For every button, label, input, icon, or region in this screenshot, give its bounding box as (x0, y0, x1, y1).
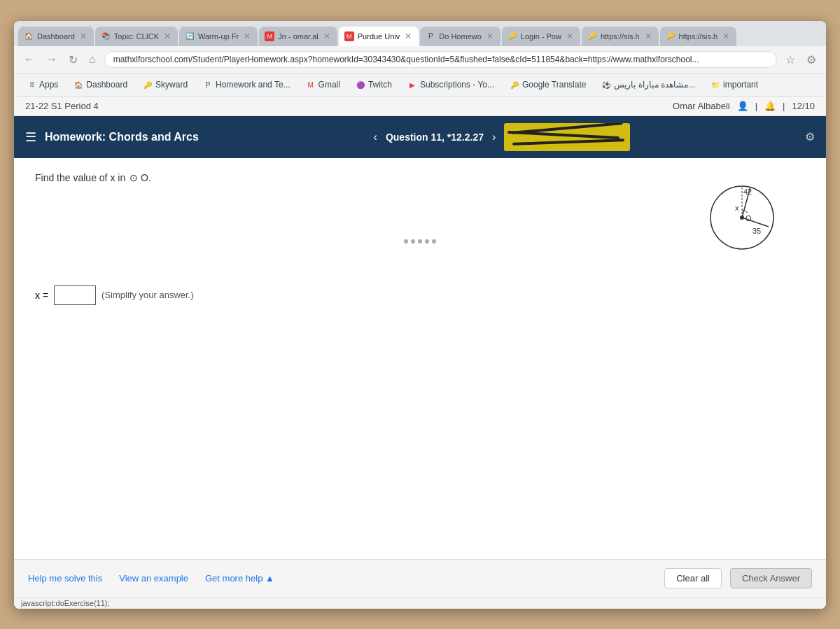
scribble-line2 (507, 130, 620, 139)
clear-all-button[interactable]: Clear all (664, 568, 722, 588)
forward-button[interactable]: → (43, 52, 60, 67)
separator: | (755, 101, 757, 111)
header-right: ⚙ (805, 130, 815, 143)
tab-close[interactable]: ✕ (485, 31, 495, 41)
center-label: O (746, 214, 752, 222)
bookmark-label: Dashboard (86, 80, 127, 90)
more-help-link[interactable]: Get more help ▲ (205, 573, 274, 584)
bookmark-star[interactable]: ☆ (783, 52, 798, 68)
tab-close[interactable]: ✕ (565, 31, 575, 41)
next-question-button[interactable]: › (492, 131, 496, 143)
apps-favicon: ⠿ (27, 80, 36, 90)
status-bar: javascript:doExercise(11); (14, 597, 826, 609)
tab-close[interactable]: ✕ (242, 31, 252, 41)
bookmark-label: Skyward (155, 80, 188, 90)
bookmark-homework[interactable]: P Homework and Te... (197, 78, 296, 91)
bookmark-apps[interactable]: ⠿ Apps (21, 78, 64, 91)
angle35-label: 35 (752, 227, 761, 235)
prev-question-button[interactable]: ‹ (374, 131, 377, 143)
tab-close[interactable]: ✕ (162, 31, 172, 41)
bookmark-label: مشاهدة مباراة باريس... (614, 80, 695, 90)
user-avatar-icon: 👤 (737, 101, 748, 111)
back-button[interactable]: ← (21, 52, 38, 67)
bookmark-dashboard[interactable]: 🏠 Dashboard (68, 78, 133, 91)
tab-topic[interactable]: 📚 Topic: CLICK ✕ (95, 27, 178, 46)
warmup-favicon: 🔄 (185, 31, 195, 41)
home-button[interactable]: ⌂ (86, 52, 99, 67)
answer-hint: (Simplify your answer.) (102, 290, 193, 300)
refresh-button[interactable]: ↻ (66, 52, 80, 68)
status-text: javascript:doExercise(11); (21, 599, 110, 607)
bottom-links: Help me solve this View an example Get m… (28, 573, 274, 584)
tab-label: https://sis.h (601, 32, 640, 41)
notification-icon: 🔔 (764, 101, 776, 111)
drag-dot (411, 239, 415, 243)
tab-close[interactable]: ✕ (322, 31, 332, 41)
arabic-favicon: ⚽ (601, 80, 611, 90)
tab-label: Warm-up Fr (198, 32, 239, 41)
tab-close[interactable]: ✕ (721, 31, 731, 41)
separator2: | (783, 101, 785, 111)
answer-row: x = (Simplify your answer.) (35, 285, 805, 305)
bookmarks-bar: ⠿ Apps 🏠 Dashboard 🔑 Skyward P Homework … (14, 74, 826, 97)
tab-sis2[interactable]: 🔑 https://sis.h ✕ (660, 27, 737, 46)
youtube-favicon: ▶ (407, 80, 417, 90)
question-instruction: Find the value of x in (35, 172, 125, 183)
url-bar[interactable]: mathxlforschool.com/Student/PlayerHomewo… (104, 51, 777, 68)
answer-prefix: x = (35, 290, 48, 301)
question-text: Find the value of x in ⊙ O. (35, 172, 805, 183)
drag-separator (35, 239, 805, 243)
gmail-favicon: M (306, 80, 316, 90)
tab-jn[interactable]: M Jn - omar.al ✕ (259, 27, 337, 46)
sis1-favicon: 🔑 (587, 31, 597, 41)
skyward-favicon: 🔑 (143, 80, 153, 90)
tab-warmup[interactable]: 🔄 Warm-up Fr ✕ (179, 27, 258, 46)
address-bar: ← → ↻ ⌂ mathxlforschool.com/Student/Play… (14, 46, 826, 74)
jn-favicon: M (265, 31, 274, 41)
bookmark-gmail[interactable]: M Gmail (300, 78, 346, 91)
tab-close[interactable]: ✕ (403, 31, 413, 41)
bookmark-subscriptions[interactable]: ▶ Subscriptions - Yo... (402, 78, 500, 91)
bookmark-label: Apps (39, 80, 58, 90)
question-area: Find the value of x in ⊙ O. O (14, 158, 826, 559)
tab-dashboard[interactable]: 🏠 Dashboard ✕ (18, 27, 94, 46)
login-favicon: 🔑 (507, 31, 517, 41)
tab-label: Purdue Univ (358, 32, 400, 41)
topic-favicon: 📚 (101, 31, 111, 41)
check-answer-button[interactable]: Check Answer (730, 568, 812, 588)
diagram-container: O 42 x 35 (700, 172, 784, 258)
tab-bar: 🏠 Dashboard ✕ 📚 Topic: CLICK ✕ 🔄 Warm-up… (14, 21, 826, 46)
help-solve-link[interactable]: Help me solve this (28, 573, 102, 584)
tab-purdue[interactable]: M Purdue Univ ✕ (339, 27, 419, 46)
answer-input[interactable] (54, 285, 96, 305)
bookmark-skyward[interactable]: 🔑 Skyward (137, 78, 193, 91)
circle-diagram: O 42 x 35 (700, 172, 784, 256)
tab-close[interactable]: ✕ (78, 31, 88, 41)
tab-label: https://sis.h (679, 32, 718, 41)
tab-close[interactable]: ✕ (643, 31, 653, 41)
bookmark-important[interactable]: 📁 important (705, 78, 764, 91)
bookmark-translate[interactable]: 🔑 Google Translate (504, 78, 592, 91)
angle42-label: 42 (743, 188, 752, 196)
bookmark-arabic[interactable]: ⚽ مشاهدة مباراة باريس... (596, 78, 701, 91)
bookmark-label: Gmail (318, 80, 340, 90)
tab-label: Jn - omar.al (278, 32, 318, 41)
bookmark-label: Google Translate (522, 80, 586, 90)
bookmark-label: Twitch (368, 80, 392, 90)
drag-dot (432, 239, 436, 243)
extensions-button[interactable]: ⚙ (804, 52, 819, 68)
annotation-area (504, 123, 630, 151)
important-favicon: 📁 (710, 80, 720, 90)
tab-homewo[interactable]: P Do Homewo ✕ (420, 27, 500, 46)
homework-title: Homework: Chords and Arcs (45, 131, 199, 143)
menu-icon[interactable]: ☰ (25, 129, 36, 145)
bookmark-twitch[interactable]: 🟣 Twitch (350, 78, 398, 91)
tab-login[interactable]: 🔑 Login - Pow ✕ (502, 27, 580, 46)
settings-icon[interactable]: ⚙ (805, 130, 815, 143)
bookmark-label: important (723, 80, 758, 90)
homework-favicon: P (203, 80, 213, 90)
tab-label: Login - Pow (521, 32, 561, 41)
mathxl-header: ☰ Homework: Chords and Arcs ‹ Question 1… (14, 116, 826, 158)
view-example-link[interactable]: View an example (119, 573, 188, 584)
tab-sis1[interactable]: 🔑 https://sis.h ✕ (582, 27, 659, 46)
